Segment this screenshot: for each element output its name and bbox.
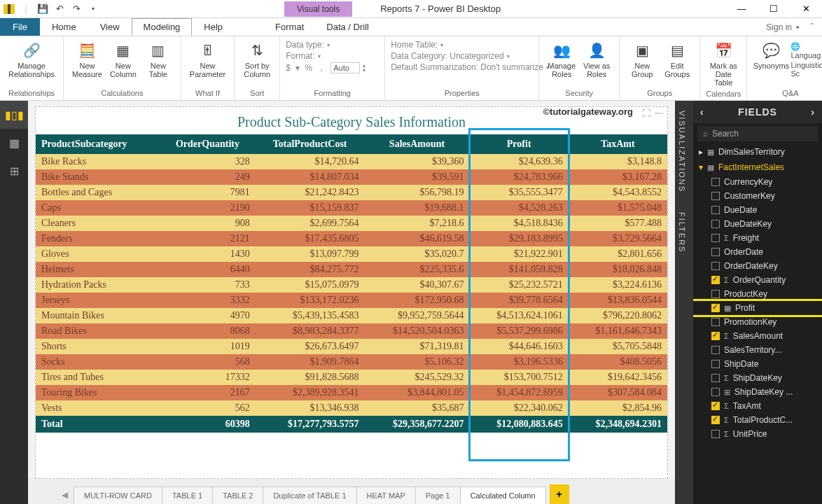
table-row[interactable]: Gloves1430$13,097.799$35,020.7$21,922.90… — [36, 246, 667, 262]
chevron-down-icon[interactable]: ▾ — [507, 53, 510, 59]
edit-groups-button[interactable]: ▤Edit Groups — [660, 39, 694, 80]
table-row[interactable]: Socks568$1,909.7864$5,106.32$3,196.5336$… — [36, 354, 667, 370]
minimize-button[interactable]: — — [725, 0, 758, 18]
language-button[interactable]: 🌐 Languag — [790, 42, 822, 59]
linguistic-schema-button[interactable]: Linguistic Sc — [790, 61, 822, 78]
modeling-tab[interactable]: Modeling — [132, 18, 193, 36]
more-options-icon[interactable]: ⋯ — [655, 108, 663, 118]
fields-search[interactable]: ⌕ Search — [697, 126, 818, 141]
page-tab[interactable]: HEAT MAP — [356, 486, 416, 504]
field-table[interactable]: ▸▦DimSalesTerritory — [693, 144, 822, 160]
field-checkbox[interactable] — [711, 304, 720, 312]
qat-dropdown-icon[interactable]: ▾ — [87, 3, 99, 15]
field-checkbox[interactable] — [711, 416, 720, 424]
table-row[interactable]: Vests562$13,346.938$35,687$22,340.062$2,… — [36, 400, 667, 416]
sort-by-column-button[interactable]: ⇅Sort by Column — [240, 39, 274, 80]
table-row[interactable]: Caps2190$15,159.837$19,688.1$4,528.263$1… — [36, 200, 667, 216]
field-item[interactable]: ΣTotalProductC... — [693, 413, 822, 427]
table-row[interactable]: Fenders2121$17,435.6805$46,619.58$29,183… — [36, 231, 667, 246]
field-checkbox[interactable] — [711, 220, 720, 228]
chevron-right-icon[interactable]: › — [811, 106, 815, 118]
field-item[interactable]: ⊞ShipDateKey ... — [693, 385, 822, 399]
maximize-button[interactable]: ☐ — [758, 0, 790, 18]
format-tab[interactable]: Format — [264, 18, 315, 36]
field-checkbox[interactable] — [711, 206, 720, 214]
page-tab[interactable]: TABLE 2 — [212, 486, 263, 504]
table-row[interactable]: Touring Bikes2167$2,389,928.3541$3,844,8… — [36, 385, 667, 400]
add-page-button[interactable]: + — [550, 484, 569, 504]
stepper-icon[interactable]: ▴▾ — [363, 63, 365, 73]
field-checkbox[interactable] — [711, 276, 720, 284]
chevron-down-icon[interactable]: ▾ — [318, 53, 321, 59]
field-item[interactable]: PromotionKey — [693, 315, 822, 329]
field-checkbox[interactable] — [711, 318, 720, 326]
mark-as-date-table-button[interactable]: 📅Mark as Date Table — [706, 39, 741, 88]
table-row[interactable]: Shorts1019$26,673.6497$71,319.81$44,646.… — [36, 339, 667, 354]
table-row[interactable]: Bottles and Cages7981$21,242.8423$56,798… — [36, 185, 667, 200]
home-tab[interactable]: Home — [40, 18, 88, 36]
field-item[interactable]: CurrencyKey — [693, 175, 822, 189]
chevron-down-icon[interactable]: ▾ — [440, 42, 443, 48]
sign-in-link[interactable]: Sign in ▾ ˆ — [758, 18, 822, 36]
field-item[interactable]: ▦Profit — [693, 301, 822, 315]
table-visual[interactable]: ⛶ ⋯ Product Sub-Category Sales Informati… — [35, 106, 668, 479]
table-row[interactable]: Cleaners908$2,699.7564$7,218.6$4,518.843… — [36, 216, 667, 231]
filters-pane-tab[interactable]: FILTERS — [675, 202, 693, 262]
table-row[interactable]: Hydration Packs733$15,075.0979$40,307.67… — [36, 277, 667, 293]
field-item[interactable]: OrderDateKey — [693, 259, 822, 273]
field-item[interactable]: ΣSalesAmount — [693, 329, 822, 343]
new-column-button[interactable]: ▦New Column — [106, 39, 140, 80]
help-tab[interactable]: Help — [192, 18, 235, 36]
field-item[interactable]: CustomerKey — [693, 189, 822, 203]
page-tab[interactable]: Calculated Column — [460, 486, 546, 504]
chevron-left-icon[interactable]: ‹ — [700, 106, 704, 118]
field-item[interactable]: ProductKey — [693, 287, 822, 301]
file-tab[interactable]: File — [0, 18, 40, 36]
page-tab[interactable]: TABLE 1 — [162, 486, 213, 504]
field-item[interactable]: ΣTaxAmt — [693, 399, 822, 413]
field-item[interactable]: ΣShipDateKey — [693, 371, 822, 385]
currency-button[interactable]: $ — [286, 63, 291, 73]
field-item[interactable]: ΣFreight — [693, 231, 822, 245]
visualizations-pane-tab[interactable]: VISUALIZATIONS — [675, 101, 693, 202]
field-item[interactable]: DueDate — [693, 203, 822, 217]
field-checkbox[interactable] — [711, 262, 720, 270]
field-checkbox[interactable] — [711, 332, 720, 340]
comma-button[interactable]: , — [321, 63, 323, 73]
field-checkbox[interactable] — [711, 234, 720, 242]
focus-mode-icon[interactable]: ⛶ — [642, 108, 650, 118]
table-row[interactable]: Jerseys3332$133,172.0236$172,950.68$39,7… — [36, 293, 667, 308]
report-canvas[interactable]: ©tutorialgateway.org ⛶ ⋯ Product Sub-Cat… — [28, 101, 675, 479]
table-row[interactable]: Tires and Tubes17332$91,828.5688$245,529… — [36, 370, 667, 385]
page-nav-left[interactable]: ◀ — [56, 486, 74, 504]
redo-icon[interactable]: ↷ — [70, 3, 83, 15]
field-table[interactable]: ▾▦FactInternetSales — [693, 160, 822, 175]
field-checkbox[interactable] — [711, 388, 720, 396]
table-row[interactable]: Helmets6440$84,275.772$225,335.6$141,059… — [36, 262, 667, 277]
synonyms-button[interactable]: 💬Synonyms — [753, 39, 789, 78]
datadrill-tab[interactable]: Data / Drill — [315, 18, 380, 36]
new-parameter-button[interactable]: 🎚New Parameter — [187, 39, 228, 80]
field-checkbox[interactable] — [711, 346, 720, 354]
field-item[interactable]: ΣOrderQuantity — [693, 273, 822, 287]
percent-button[interactable]: % — [305, 63, 313, 73]
field-item[interactable]: DueDateKey — [693, 217, 822, 231]
field-checkbox[interactable] — [711, 192, 720, 200]
view-tab[interactable]: View — [88, 18, 132, 36]
page-tab[interactable]: Page 1 — [415, 486, 461, 504]
page-tab[interactable]: Duplicate of TABLE 1 — [263, 486, 356, 504]
column-header[interactable]: SalesAmount — [364, 134, 469, 154]
decimal-places-input[interactable]: Auto — [330, 62, 360, 74]
undo-icon[interactable]: ↶ — [53, 3, 66, 15]
column-header[interactable]: TaxAmt — [569, 134, 667, 154]
data-view-button[interactable]: ▦ — [0, 129, 28, 157]
view-as-roles-button[interactable]: 👤View as Roles — [580, 39, 613, 80]
chevron-down-icon[interactable]: ▾ — [327, 42, 330, 48]
new-table-button[interactable]: ▥New Table — [141, 39, 175, 80]
column-header[interactable]: Profit — [470, 134, 569, 154]
report-view-button[interactable]: ▮▯▮ — [0, 101, 28, 129]
table-row[interactable]: Bike Racks328$14,720.64$39,360$24,639.36… — [36, 154, 667, 169]
manage-relationships-button[interactable]: 🔗Manage Relationships — [6, 39, 57, 80]
field-item[interactable]: ShipDate — [693, 357, 822, 371]
model-view-button[interactable]: ⊞ — [0, 157, 28, 185]
